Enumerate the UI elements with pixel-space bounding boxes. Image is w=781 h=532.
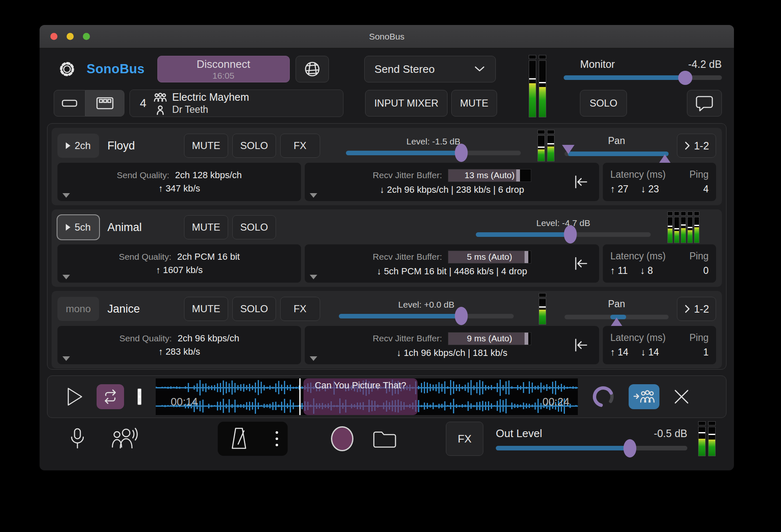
send-quality-box[interactable]: Send Quality: 2ch PCM 16 bit ↑ 1607 kb/s [57,244,301,283]
peer-solo-button[interactable]: SOLO [232,297,276,321]
expand-caret-icon[interactable] [62,356,70,361]
jitter-buffer-bar[interactable]: 13 ms (Auto) [448,169,531,182]
pan-slider[interactable] [565,315,669,319]
group-audio-button[interactable] [110,427,139,450]
peer-solo-button[interactable]: SOLO [232,215,276,239]
play-button[interactable] [64,385,85,408]
peer-level-value: Level: -1.5 dB [406,137,460,147]
ping-value: 1 [703,347,709,358]
send-quality-label: Send Quality: [119,252,171,262]
peer-row-animal: 5ch Animal MUTE SOLO Level: -4.7 dB [52,209,722,287]
expand-caret-icon[interactable] [310,275,317,279]
current-time: 00:14 [171,395,198,408]
waveform[interactable]: Can You Picture That? 00:14 00:24 [156,378,578,415]
peer-level-knob[interactable] [455,307,468,325]
destination-channel-button[interactable]: 1-2 [677,297,716,321]
bottom-toolbar: FX Out Level -0.5 dB [40,419,734,459]
output-fx-button[interactable]: FX [446,422,483,456]
jitter-reset-button[interactable] [572,174,589,190]
expand-caret-icon[interactable] [310,193,317,198]
destination-channel-button[interactable]: 1-2 [677,134,716,158]
level-meter [547,130,555,162]
recv-info: ↓ 2ch 96 kbps/ch | 238 kb/s | 6 drop [380,184,524,195]
chat-button[interactable] [687,90,722,117]
connect-globe-button[interactable] [296,56,329,82]
group-info-box[interactable]: 4 Electric Mayhem Dr Teeth [129,89,343,117]
channel-count-label: mono [66,303,91,315]
jitter-buffer-bar[interactable]: 5 ms (Auto) [448,251,531,264]
ping-value: 4 [703,184,709,195]
settings-gear-icon[interactable] [58,60,76,78]
mic-input-button[interactable] [69,427,86,450]
latency-label: Latency (ms) [610,332,666,343]
metronome-cluster[interactable] [218,422,288,456]
record-button[interactable] [331,426,353,451]
close-player-button[interactable] [672,387,691,406]
input-mixer-button[interactable]: INPUT MIXER [365,90,448,117]
peer-solo-button[interactable]: SOLO [232,134,276,158]
playhead-cursor[interactable] [299,378,301,415]
pan-right-marker[interactable] [659,154,671,164]
recv-jitter-box[interactable]: Recv Jitter Buffer: 9 ms (Auto) ↓ 1ch 96… [305,326,599,364]
input-mute-button[interactable]: MUTE [451,90,497,117]
pan-slider[interactable] [565,152,669,156]
channel-expand-button[interactable]: 2ch [57,134,99,158]
pan-marker[interactable] [610,318,623,327]
jitter-reset-button[interactable] [572,337,589,353]
monitor-solo-button[interactable]: SOLO [580,90,627,117]
output-meters [698,421,716,456]
metronome-menu-icon[interactable] [276,431,278,446]
send-mode-value: Send Stereo [375,63,435,76]
globe-icon [303,60,322,79]
out-level-knob[interactable] [624,439,637,457]
sonobus-window: SonoBus SonoBus Disconnect 16:05 Send St… [40,25,734,470]
peer-level-knob[interactable] [455,144,468,162]
peer-level-slider[interactable] [346,151,521,155]
send-file-to-group-button[interactable] [629,384,659,409]
recv-jitter-box[interactable]: Recv Jitter Buffer: 13 ms (Auto) ↓ 2ch 9… [305,163,599,201]
monitor-level-slider[interactable] [564,75,722,80]
pan-left-marker[interactable] [562,145,575,154]
peer-mute-button[interactable]: MUTE [184,297,228,321]
out-level-label: Out Level [496,427,542,440]
jitter-value: 5 ms (Auto) [448,251,531,263]
level-meter [681,211,686,243]
level-meter [537,130,545,162]
peer-fx-button[interactable]: FX [280,297,320,321]
jitter-buffer-bar[interactable]: 9 ms (Auto) [448,332,531,345]
file-gain-dial[interactable] [591,385,615,409]
out-level-slider[interactable] [496,446,687,450]
minimal-view-button[interactable] [54,90,85,117]
peer-mute-button[interactable]: MUTE [184,134,228,158]
peer-level-slider[interactable] [476,232,651,237]
expand-caret-icon[interactable] [310,356,317,361]
track-title: Can You Picture That? [303,380,418,391]
jitter-reset-button[interactable] [572,255,589,272]
peer-fx-button[interactable]: FX [280,134,320,158]
level-meter [539,293,546,325]
monitor-slider-knob[interactable] [678,71,692,85]
peer-level-slider[interactable] [339,314,514,318]
titlebar: SonoBus [40,25,734,48]
channel-expand-button[interactable]: 5ch [57,215,99,239]
player-menu-button[interactable] [137,388,142,405]
disconnect-button[interactable]: Disconnect 16:05 [157,56,290,82]
pan-label: Pan [608,298,625,310]
send-quality-label: Send Quality: [119,333,172,343]
window-title: SonoBus [40,32,734,42]
peer-level-knob[interactable] [564,225,577,244]
group-member-count: 4 [140,97,147,110]
send-quality-box[interactable]: Send Quality: 2ch 96 kbps/ch ↑ 283 kb/s [57,326,301,364]
mixer-view-button[interactable] [85,90,124,117]
recv-jitter-box[interactable]: Recv Jitter Buffer: 5 ms (Auto) ↓ 5ch PC… [305,244,599,283]
latency-down: ↓ 14 [641,347,659,358]
loop-selection[interactable]: Can You Picture That? [303,378,418,415]
send-mode-dropdown[interactable]: Send Stereo [364,56,496,82]
send-quality-box[interactable]: Send Quality: 2ch 128 kbps/ch ↑ 347 kb/s [57,163,301,201]
expand-caret-icon[interactable] [62,275,70,279]
expand-caret-icon[interactable] [62,193,70,198]
peer-mute-button[interactable]: MUTE [184,215,228,239]
open-file-button[interactable] [372,428,398,449]
loop-button[interactable] [97,384,124,409]
channel-mono-label[interactable]: mono [57,297,99,321]
